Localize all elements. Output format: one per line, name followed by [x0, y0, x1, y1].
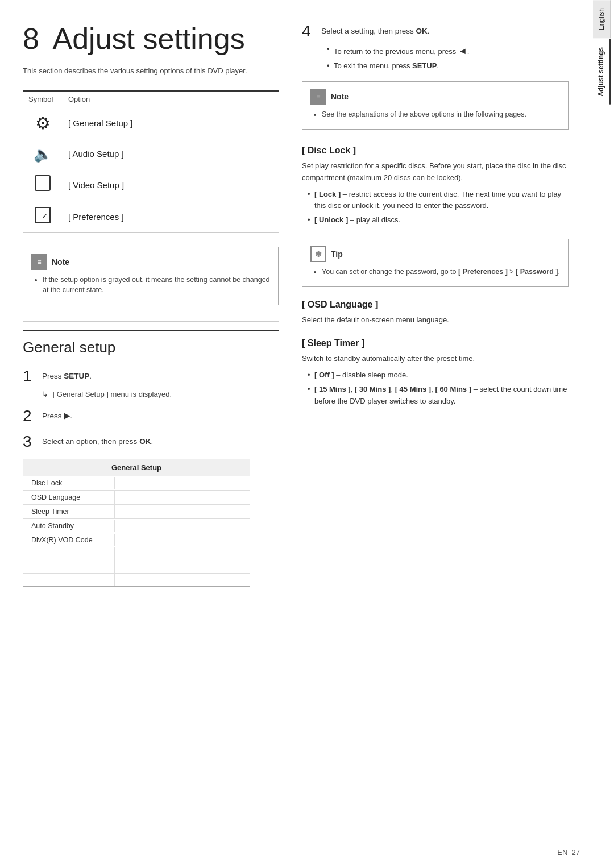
- table-row: [23, 574, 250, 586]
- tip-box: ✱ Tip You can set or change the password…: [302, 239, 569, 287]
- row-value: [114, 477, 250, 489]
- option-preferences: [ Preferences ]: [63, 201, 279, 232]
- step-1-sub: ↳ [ General Setup ] menu is displayed.: [23, 389, 279, 400]
- row-value: [114, 574, 250, 586]
- general-setup-heading: General setup: [23, 330, 279, 356]
- sleep-timer-section: [ Sleep Timer ] Switch to standby automa…: [302, 338, 569, 407]
- sleep-timer-text: Switch to standby automatically after th…: [302, 353, 569, 365]
- tip-header: ✱ Tip: [310, 246, 560, 262]
- table-row: Auto Standby: [23, 519, 250, 533]
- note-header-right: ≡ Note: [310, 89, 560, 105]
- left-column: 8 Adjust settings This section describes…: [23, 23, 296, 845]
- note-box-right: ≡ Note See the explanations of the above…: [302, 81, 569, 130]
- symbol-video: [23, 169, 63, 201]
- symbol-preferences: ✓: [23, 201, 63, 232]
- symbol-audio: 🔈: [23, 139, 63, 169]
- disc-lock-text: Set play restriction for a specific disc…: [302, 160, 569, 184]
- row-value: [114, 505, 250, 518]
- col-option-header: Option: [63, 91, 279, 107]
- step-1: 1 Press SETUP. ↳ [ General Setup ] menu …: [23, 368, 279, 400]
- step-1-num: 1: [23, 368, 42, 385]
- list-item: [ Unlock ] – play all discs.: [308, 214, 569, 226]
- note-icon-right: ≡: [310, 89, 326, 105]
- note-icon: ≡: [31, 254, 47, 270]
- page-title: 8 Adjust settings: [23, 23, 279, 55]
- divider: [23, 321, 279, 322]
- list-item: You can set or change the password, go t…: [322, 267, 560, 277]
- symbol-option-table: Symbol Option ⚙ [ General Setup ]: [23, 90, 279, 233]
- table-row: ⚙ [ General Setup ]: [23, 107, 279, 139]
- osd-language-title: [ OSD Language ]: [302, 300, 569, 310]
- step-2-num: 2: [23, 408, 42, 425]
- right-column: 4 Select a setting, then press OK. To re…: [296, 23, 569, 845]
- osd-language-text: Select the default on-screen menu langua…: [302, 314, 569, 326]
- disc-lock-title: [ Disc Lock ]: [302, 146, 569, 156]
- step-2: 2 Press ▶.: [23, 408, 279, 425]
- step-4-num: 4: [302, 23, 321, 40]
- tip-title: Tip: [331, 250, 343, 259]
- row-value: [114, 547, 250, 560]
- step-4-text: Select a setting, then press OK.: [321, 23, 430, 37]
- step-3: 3 Select an option, then press OK.: [23, 433, 279, 451]
- sleep-timer-bullets: [ Off ] – disable sleep mode. [ 15 Mins …: [302, 369, 569, 407]
- disc-lock-bullets: [ Lock ] – restrict access to the curren…: [302, 189, 569, 226]
- list-item: [ Lock ] – restrict access to the curren…: [308, 189, 569, 213]
- sleep-timer-title: [ Sleep Timer ]: [302, 338, 569, 348]
- table-row: OSD Language: [23, 491, 250, 505]
- note-title-right: Note: [331, 92, 349, 101]
- option-audio-setup: [ Audio Setup ]: [63, 139, 279, 169]
- disc-lock-section: [ Disc Lock ] Set play restriction for a…: [302, 146, 569, 226]
- table-row: [ Video Setup ]: [23, 169, 279, 201]
- table-row: Disc Lock: [23, 476, 250, 491]
- row-value: [114, 534, 250, 546]
- setup-table-title: General Setup: [23, 459, 250, 476]
- step-3-text: Select an option, then press OK.: [42, 433, 153, 447]
- tip-icon: ✱: [310, 246, 326, 262]
- symbol-gear: ⚙: [23, 107, 63, 139]
- step-4-bullets: To return to the previous menu, press ◄.…: [302, 44, 569, 72]
- table-row: DivX(R) VOD Code: [23, 533, 250, 547]
- page-footer: EN 27: [557, 848, 580, 857]
- note-body: If the setup option is grayed out, it me…: [31, 275, 270, 296]
- row-value: [114, 491, 250, 504]
- step-3-num: 3: [23, 433, 42, 451]
- general-setup-table: General Setup Disc Lock OSD Language Sle…: [23, 459, 250, 587]
- option-general-setup: [ General Setup ]: [63, 107, 279, 139]
- col-symbol-header: Symbol: [23, 91, 63, 107]
- side-tab-english[interactable]: English: [593, 0, 611, 38]
- step-4: 4 Select a setting, then press OK. To re…: [302, 23, 569, 72]
- step-1-text: Press SETUP.: [42, 368, 92, 382]
- note-header: ≡ Note: [31, 254, 270, 270]
- note-title: Note: [52, 258, 69, 267]
- list-item: [ 15 Mins ], [ 30 Mins ], [ 45 Mins ], […: [308, 384, 569, 408]
- option-video-setup: [ Video Setup ]: [63, 169, 279, 201]
- table-row: Sleep Timer: [23, 505, 250, 519]
- note-body-right: See the explanations of the above option…: [310, 109, 560, 120]
- table-row: [23, 547, 250, 560]
- table-row: 🔈 [ Audio Setup ]: [23, 139, 279, 169]
- side-tabs: English Adjust settings: [589, 0, 614, 868]
- list-item: To return to the previous menu, press ◄.: [327, 44, 569, 59]
- main-content: 8 Adjust settings This section describes…: [0, 0, 589, 868]
- table-row: [23, 560, 250, 574]
- list-item: To exit the menu, press SETUP.: [327, 60, 569, 72]
- side-tab-adjust-settings[interactable]: Adjust settings: [592, 39, 611, 105]
- back-arrow-icon: ◄: [458, 44, 467, 59]
- tip-body: You can set or change the password, go t…: [310, 267, 560, 277]
- osd-language-section: [ OSD Language ] Select the default on-s…: [302, 300, 569, 326]
- arrow-icon: ↳: [42, 389, 48, 400]
- row-value: [114, 560, 250, 573]
- step-2-text: Press ▶.: [42, 408, 72, 422]
- list-item: [ Off ] – disable sleep mode.: [308, 369, 569, 381]
- table-row: ✓ [ Preferences ]: [23, 201, 279, 232]
- page-intro: This section describes the various setti…: [23, 65, 279, 77]
- note-box-setup: ≡ Note If the setup option is grayed out…: [23, 247, 279, 306]
- row-value: [114, 520, 250, 532]
